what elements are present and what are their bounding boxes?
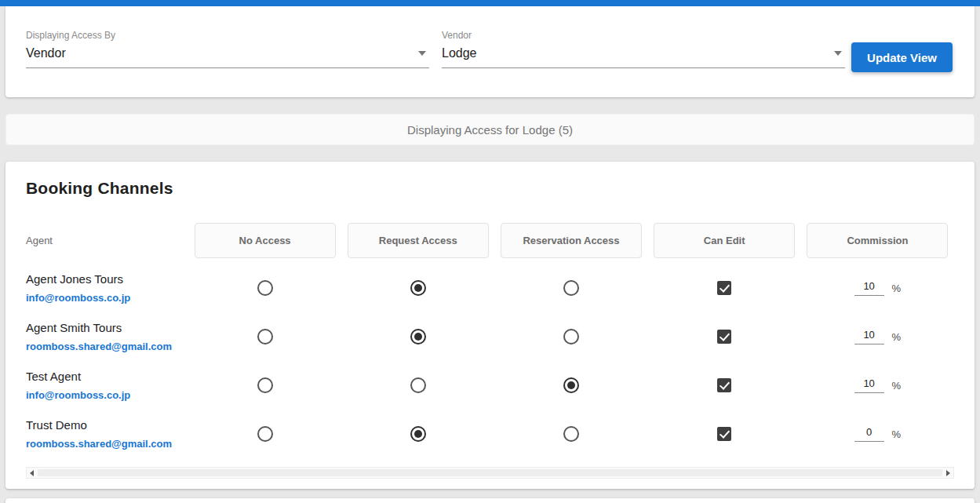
- page-title: Booking Channels: [26, 179, 954, 198]
- agent-email-link[interactable]: roomboss.shared@gmail.com: [26, 438, 172, 450]
- agent-row: Agent Smith Tours roomboss.shared@gmail.…: [26, 313, 954, 360]
- no-access-radio[interactable]: [257, 280, 273, 296]
- request-access-radio[interactable]: [410, 280, 426, 296]
- reservation-access-radio[interactable]: [563, 329, 579, 344]
- next-section-card: [5, 498, 975, 503]
- percent-label: %: [892, 331, 902, 343]
- can-edit-cell: [648, 330, 801, 344]
- agent-cell: Test Agent info@roomboss.co.jp: [26, 370, 188, 402]
- displaying-access-by-select[interactable]: Displaying Access By Vendor: [26, 30, 429, 68]
- agent-name: Test Agent: [26, 370, 188, 383]
- reservation-access-cell: [494, 280, 647, 296]
- update-view-button[interactable]: Update View: [851, 42, 953, 72]
- scroll-left-arrow-icon[interactable]: [30, 470, 34, 476]
- reservation-access-cell: [494, 377, 647, 393]
- agent-column-header: Agent: [26, 235, 188, 246]
- agent-name: Agent Jones Tours: [26, 272, 188, 286]
- percent-label: %: [892, 380, 902, 392]
- reservation-access-radio[interactable]: [563, 426, 579, 442]
- request-access-radio[interactable]: [410, 377, 426, 393]
- displaying-access-by-label: Displaying Access By: [26, 30, 429, 41]
- can-edit-checkbox[interactable]: [717, 330, 731, 344]
- request-access-radio[interactable]: [410, 329, 426, 344]
- vendor-label: Vendor: [442, 30, 845, 41]
- agent-row: Agent Jones Tours info@roomboss.co.jp %: [26, 264, 954, 312]
- vendor-value: Lodge: [442, 46, 477, 60]
- horizontal-scrollbar[interactable]: [26, 467, 954, 479]
- reservation-access-cell: [494, 329, 647, 344]
- no-access-radio[interactable]: [257, 329, 273, 344]
- agent-rows: Agent Jones Tours info@roomboss.co.jp % …: [26, 264, 954, 457]
- table-header-row: Agent No Access Request Access Reservati…: [26, 223, 954, 258]
- agent-cell: Trust Demo roomboss.shared@gmail.com: [26, 418, 188, 450]
- agent-name: Trust Demo: [26, 418, 188, 432]
- commission-cell: %: [801, 280, 954, 296]
- displaying-access-by-value: Vendor: [26, 46, 66, 60]
- reservation-access-radio[interactable]: [563, 377, 579, 393]
- agent-email-link[interactable]: info@roomboss.co.jp: [26, 389, 130, 401]
- can-edit-checkbox[interactable]: [717, 281, 731, 295]
- no-access-radio[interactable]: [257, 377, 273, 393]
- commission-cell: %: [801, 377, 954, 393]
- request-access-cell: [341, 329, 494, 344]
- commission-input[interactable]: [854, 426, 884, 442]
- request-access-column-header[interactable]: Request Access: [348, 223, 489, 258]
- request-access-cell: [341, 377, 494, 393]
- percent-label: %: [892, 282, 902, 294]
- no-access-cell: [188, 329, 341, 344]
- agent-row: Test Agent info@roomboss.co.jp %: [26, 362, 954, 409]
- commission-input[interactable]: [854, 377, 884, 393]
- no-access-cell: [188, 426, 341, 442]
- chevron-down-icon: [834, 51, 842, 56]
- no-access-column-header[interactable]: No Access: [195, 223, 336, 258]
- agent-cell: Agent Jones Tours info@roomboss.co.jp: [26, 272, 188, 304]
- reservation-access-radio[interactable]: [563, 280, 579, 296]
- agent-name: Agent Smith Tours: [26, 321, 188, 334]
- scrollbar-thumb[interactable]: [38, 469, 942, 476]
- agent-cell: Agent Smith Tours roomboss.shared@gmail.…: [26, 321, 188, 353]
- vendor-select[interactable]: Vendor Lodge: [442, 30, 845, 68]
- no-access-cell: [188, 280, 341, 296]
- request-access-cell: [341, 426, 494, 442]
- filter-panel: Displaying Access By Vendor Vendor Lodge…: [5, 6, 975, 97]
- booking-channels-panel: Booking Channels Agent No Access Request…: [5, 162, 975, 489]
- commission-cell: %: [801, 329, 954, 344]
- can-edit-cell: [648, 427, 801, 441]
- can-edit-checkbox[interactable]: [717, 427, 731, 441]
- can-edit-column-header[interactable]: Can Edit: [654, 223, 795, 258]
- status-banner: Displaying Access for Lodge (5): [5, 114, 975, 145]
- reservation-access-cell: [494, 426, 647, 442]
- commission-input[interactable]: [854, 329, 884, 344]
- can-edit-checkbox[interactable]: [717, 378, 731, 392]
- commission-column-header[interactable]: Commission: [807, 223, 948, 258]
- chevron-down-icon: [418, 51, 426, 56]
- no-access-cell: [188, 377, 341, 393]
- request-access-radio[interactable]: [410, 426, 426, 442]
- agent-row: Trust Demo roomboss.shared@gmail.com %: [26, 410, 954, 457]
- app-top-accent-bar: [0, 0, 980, 6]
- reservation-access-column-header[interactable]: Reservation Access: [501, 223, 642, 258]
- no-access-radio[interactable]: [257, 426, 273, 442]
- commission-cell: %: [801, 426, 954, 442]
- commission-input[interactable]: [854, 280, 884, 296]
- agent-email-link[interactable]: info@roomboss.co.jp: [26, 292, 130, 304]
- agent-email-link[interactable]: roomboss.shared@gmail.com: [26, 341, 172, 352]
- request-access-cell: [341, 280, 494, 296]
- can-edit-cell: [648, 281, 801, 295]
- scroll-right-arrow-icon[interactable]: [946, 470, 950, 476]
- percent-label: %: [892, 428, 902, 440]
- can-edit-cell: [648, 378, 801, 392]
